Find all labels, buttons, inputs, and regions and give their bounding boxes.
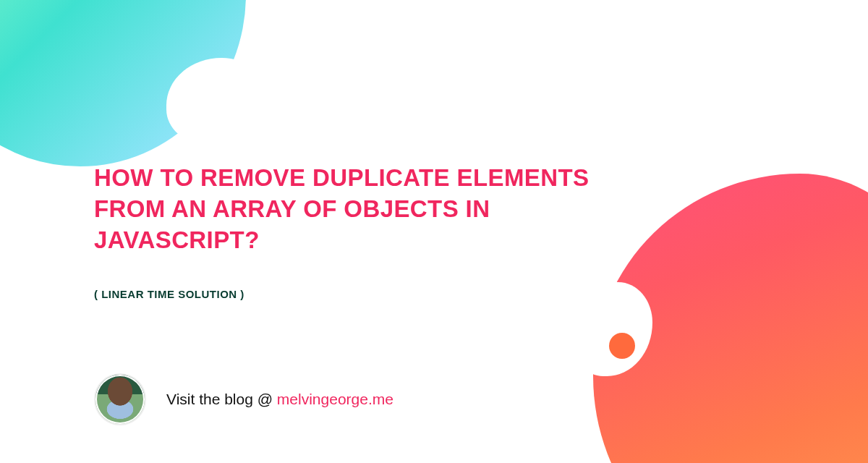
visit-prefix: Visit the blog @ <box>166 391 277 407</box>
visit-blog-text: Visit the blog @ melvingeorge.me <box>166 391 393 408</box>
blog-link[interactable]: melvingeorge.me <box>277 391 393 407</box>
decorative-blob-top-left <box>0 0 246 166</box>
decorative-blob-bottom-right <box>593 174 868 463</box>
decorative-dot <box>609 333 635 359</box>
author-footer: Visit the blog @ melvingeorge.me <box>94 373 393 425</box>
page-title: HOW TO REMOVE DUPLICATE ELEMENTS FROM AN… <box>94 163 615 256</box>
author-avatar <box>94 373 146 425</box>
page-subtitle: ( LINEAR TIME SOLUTION ) <box>94 288 615 300</box>
hero-content: HOW TO REMOVE DUPLICATE ELEMENTS FROM AN… <box>94 163 615 300</box>
